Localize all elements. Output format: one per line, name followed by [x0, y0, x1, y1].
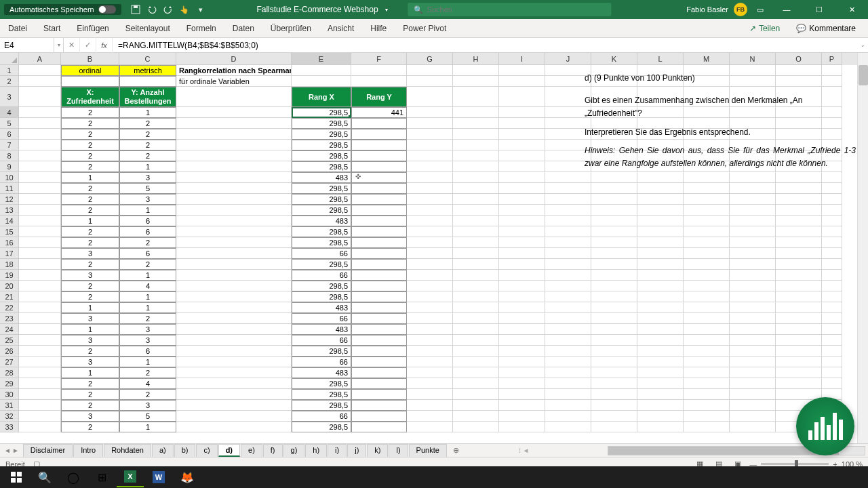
cell[interactable] [499, 140, 545, 150]
cell[interactable] [637, 422, 684, 432]
formula-input[interactable] [118, 41, 852, 50]
cell[interactable] [407, 270, 453, 281]
cell[interactable]: Y: Anzahl Bestellungen [119, 87, 176, 107]
cell[interactable] [19, 205, 61, 216]
cell[interactable] [453, 281, 499, 291]
cell[interactable] [591, 216, 637, 226]
cell[interactable] [822, 205, 842, 216]
row-header[interactable]: 16 [0, 237, 19, 248]
cell[interactable] [684, 346, 730, 357]
cell[interactable] [407, 411, 453, 422]
cell[interactable] [499, 324, 545, 335]
vscroll-thumb[interactable] [859, 65, 868, 85]
cell[interactable]: 298,5 [292, 183, 351, 194]
cell[interactable] [684, 335, 730, 346]
cell[interactable] [499, 194, 545, 205]
cell[interactable]: 298,5 [292, 400, 351, 411]
cell[interactable] [351, 216, 407, 226]
cell[interactable] [499, 335, 545, 346]
row-header[interactable]: 17 [0, 248, 19, 259]
cell[interactable] [545, 346, 591, 357]
cell[interactable]: 1 [61, 367, 119, 378]
cell[interactable] [176, 411, 292, 422]
cell[interactable] [19, 226, 61, 237]
cell[interactable] [776, 216, 822, 226]
cell[interactable] [591, 281, 637, 291]
cell[interactable] [453, 367, 499, 378]
row-header[interactable]: 24 [0, 324, 19, 335]
cell[interactable]: 2 [61, 194, 119, 205]
cell[interactable] [351, 248, 407, 259]
zoom-slider[interactable] [761, 463, 829, 465]
cell[interactable] [684, 183, 730, 194]
cell[interactable]: 298,5 [292, 291, 351, 302]
sheet-tab-c[interactable]: c) [196, 444, 217, 457]
cell[interactable]: 441 [351, 107, 407, 118]
cell[interactable] [453, 259, 499, 270]
cell[interactable] [730, 389, 776, 400]
cell[interactable] [684, 281, 730, 291]
name-box-dropdown[interactable]: ▾ [54, 38, 64, 52]
cell[interactable] [351, 281, 407, 291]
cell[interactable] [730, 335, 776, 346]
cell[interactable] [822, 302, 842, 313]
cell[interactable] [591, 378, 637, 389]
toggle-off-icon[interactable] [98, 5, 116, 14]
cell[interactable] [684, 302, 730, 313]
cell[interactable] [453, 248, 499, 259]
cell[interactable] [453, 346, 499, 357]
cell[interactable] [822, 313, 842, 324]
cell[interactable] [684, 259, 730, 270]
cell[interactable] [453, 270, 499, 281]
cell[interactable] [407, 76, 453, 87]
sheet-tab-b[interactable]: b) [174, 444, 196, 457]
hscroll-thumb[interactable] [608, 447, 839, 455]
cell[interactable] [637, 378, 684, 389]
cell[interactable] [684, 367, 730, 378]
cell[interactable]: 1 [119, 357, 176, 367]
cell[interactable]: 3 [119, 400, 176, 411]
cell[interactable] [545, 205, 591, 216]
cell[interactable] [822, 346, 842, 357]
excel-taskbar-icon[interactable]: X [117, 467, 144, 487]
cell[interactable] [684, 194, 730, 205]
cell[interactable] [499, 248, 545, 259]
cell[interactable]: 1 [119, 270, 176, 281]
cell[interactable] [453, 107, 499, 118]
sheet-tab-g[interactable]: g) [283, 444, 305, 457]
col-header-H[interactable]: H [453, 53, 499, 65]
cell[interactable] [407, 248, 453, 259]
cell[interactable] [637, 389, 684, 400]
title-dropdown-icon[interactable]: ▾ [385, 7, 388, 13]
cell[interactable] [176, 422, 292, 432]
cell[interactable] [453, 183, 499, 194]
cell[interactable] [637, 226, 684, 237]
cell[interactable] [407, 65, 453, 76]
row-header[interactable]: 9 [0, 161, 19, 172]
cell[interactable] [499, 118, 545, 129]
cell[interactable] [19, 357, 61, 367]
cell[interactable]: 2 [119, 313, 176, 324]
cell[interactable] [822, 335, 842, 346]
cell[interactable] [545, 357, 591, 367]
cell[interactable] [499, 281, 545, 291]
cell[interactable] [453, 172, 499, 183]
cell[interactable] [637, 411, 684, 422]
cell[interactable] [407, 281, 453, 291]
cell[interactable] [499, 76, 545, 87]
cell[interactable] [176, 161, 292, 172]
cell[interactable] [545, 270, 591, 281]
cell[interactable] [176, 194, 292, 205]
cell[interactable] [545, 248, 591, 259]
cell[interactable]: 6 [119, 226, 176, 237]
row-header[interactable]: 19 [0, 270, 19, 281]
cell[interactable] [730, 237, 776, 248]
cell[interactable] [822, 357, 842, 367]
cell[interactable] [19, 107, 61, 118]
cell[interactable]: 298,5 [292, 194, 351, 205]
cell[interactable] [19, 118, 61, 129]
cell[interactable]: 483 [292, 367, 351, 378]
cell[interactable]: 2 [61, 140, 119, 150]
cell[interactable] [407, 226, 453, 237]
touch-icon[interactable]: 👆 [180, 5, 189, 14]
